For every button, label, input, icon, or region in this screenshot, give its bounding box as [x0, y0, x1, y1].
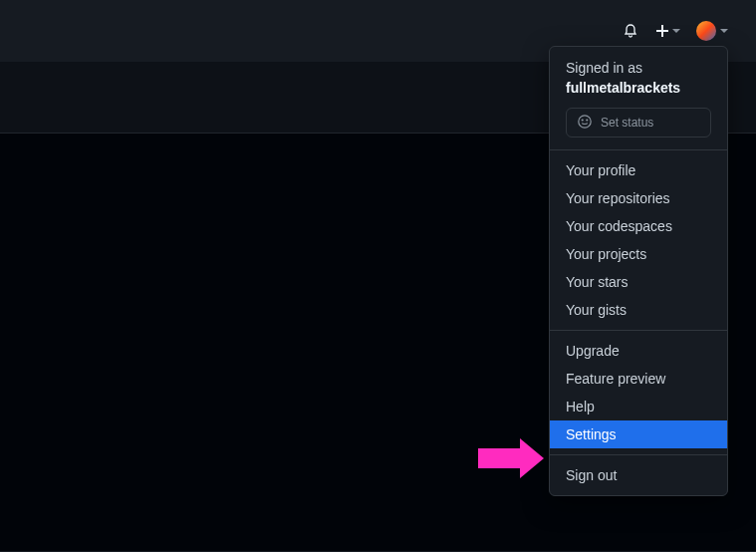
- plus-icon: [654, 23, 670, 39]
- menu-item-help[interactable]: Help: [550, 393, 727, 420]
- menu-section-signout: Sign out: [550, 455, 727, 495]
- caret-down-icon: [672, 29, 680, 33]
- menu-item-feature-preview[interactable]: Feature preview: [550, 365, 727, 393]
- menu-item-upgrade[interactable]: Upgrade: [550, 337, 727, 365]
- menu-item-your-projects[interactable]: Your projects: [550, 240, 727, 268]
- avatar: [696, 21, 716, 41]
- svg-point-0: [579, 115, 591, 127]
- menu-item-your-gists[interactable]: Your gists: [550, 296, 727, 324]
- menu-item-settings[interactable]: Settings: [550, 420, 727, 448]
- svg-point-2: [587, 120, 588, 121]
- create-new-dropdown[interactable]: [654, 23, 680, 39]
- caret-down-icon: [720, 29, 728, 33]
- dropdown-header: Signed in as fullmetalbrackets: [550, 47, 727, 108]
- username-label: fullmetalbrackets: [566, 79, 711, 99]
- menu-section-profile: Your profile Your repositories Your code…: [550, 150, 727, 330]
- notifications-bell-icon[interactable]: [623, 23, 638, 39]
- menu-item-your-repositories[interactable]: Your repositories: [550, 184, 727, 212]
- menu-item-your-stars[interactable]: Your stars: [550, 268, 727, 296]
- menu-item-your-codespaces[interactable]: Your codespaces: [550, 212, 727, 240]
- svg-point-1: [582, 120, 583, 121]
- set-status-button[interactable]: Set status: [566, 108, 711, 138]
- menu-item-sign-out[interactable]: Sign out: [550, 461, 727, 489]
- user-avatar-dropdown-trigger[interactable]: [696, 21, 728, 41]
- user-dropdown-menu: Signed in as fullmetalbrackets Set statu…: [549, 46, 728, 496]
- menu-section-account: Upgrade Feature preview Help Settings: [550, 331, 727, 454]
- signed-in-label: Signed in as: [566, 59, 711, 79]
- set-status-label: Set status: [601, 116, 653, 130]
- smiley-icon: [577, 114, 593, 133]
- menu-item-your-profile[interactable]: Your profile: [550, 156, 727, 184]
